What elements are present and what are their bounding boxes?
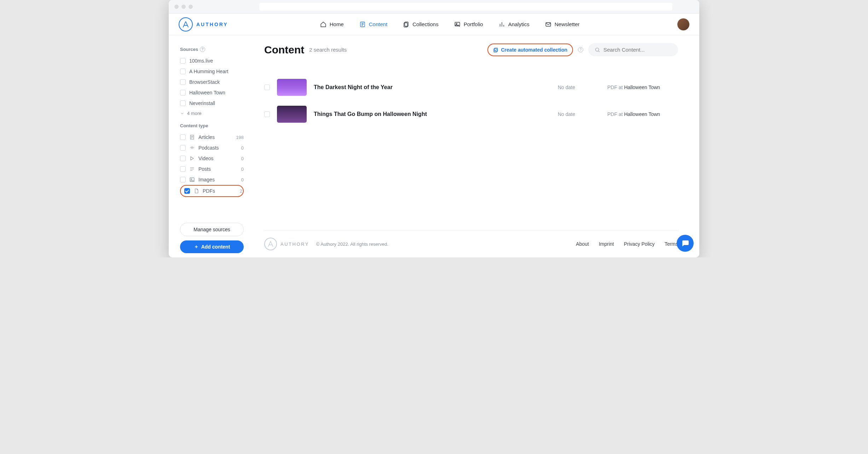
chat-fab[interactable] — [677, 235, 694, 252]
content-row[interactable]: Things That Go Bump on Halloween Night N… — [264, 101, 678, 128]
checkbox-checked[interactable] — [184, 188, 190, 194]
newsletter-icon — [545, 21, 551, 28]
footer-copyright: © Authory 2022. All rights reserved. — [316, 241, 388, 247]
sidebar: Sources ? 100ms.live A Humming Heart Bro… — [169, 35, 250, 257]
nav-content[interactable]: Content — [359, 21, 388, 28]
header-right: Create automated collection ? — [487, 43, 678, 56]
source-halloween[interactable]: Halloween Town — [180, 87, 244, 98]
more-label: 4 more — [187, 111, 201, 116]
source-ahumming[interactable]: A Humming Heart — [180, 66, 244, 77]
mac-titlebar — [169, 0, 699, 13]
footer-links: About Imprint Privacy Policy Terms — [576, 241, 678, 247]
checkbox[interactable] — [180, 134, 186, 140]
help-icon[interactable]: ? — [200, 47, 205, 52]
home-icon — [320, 21, 326, 28]
highlight-ring-pdfs: PDFs 2 — [180, 185, 244, 197]
traffic-close[interactable] — [174, 5, 179, 9]
type-pdfs[interactable]: PDFs 2 — [182, 186, 244, 196]
type-label: Podcasts — [198, 145, 238, 151]
content-type-heading: Content type — [180, 123, 244, 128]
type-posts[interactable]: Posts 0 — [180, 164, 244, 174]
checkbox[interactable] — [180, 156, 186, 161]
analytics-icon — [499, 21, 505, 28]
sources-heading: Sources ? — [180, 47, 244, 52]
search-box[interactable] — [588, 43, 678, 56]
podcast-icon — [189, 145, 195, 151]
manage-sources-button[interactable]: Manage sources — [180, 223, 244, 236]
type-podcasts[interactable]: Podcasts 0 — [180, 142, 244, 153]
type-label: Posts — [198, 166, 238, 172]
checkbox[interactable] — [180, 166, 186, 172]
checkbox[interactable] — [180, 69, 186, 74]
result-count: 2 search results — [309, 47, 347, 53]
type-count: 2 — [240, 188, 242, 194]
brand-logo-icon — [179, 17, 193, 31]
footer-link-about[interactable]: About — [576, 241, 589, 247]
nav-collections[interactable]: Collections — [403, 21, 438, 28]
url-bar[interactable] — [259, 3, 672, 11]
nav-label: Collections — [412, 21, 438, 27]
traffic-maximize[interactable] — [189, 5, 193, 9]
row-title: The Darkest Night of the Year — [314, 84, 551, 91]
checkbox[interactable] — [180, 90, 186, 95]
nav-home[interactable]: Home — [320, 21, 344, 28]
source-label: 100ms.live — [189, 58, 213, 64]
content-row[interactable]: The Darkest Night of the Year No date PD… — [264, 74, 678, 101]
avatar[interactable] — [677, 18, 689, 30]
type-images[interactable]: Images 0 — [180, 174, 244, 185]
chevron-down-icon — [180, 111, 184, 116]
row-checkbox[interactable] — [264, 111, 270, 117]
sources-label: Sources — [180, 47, 198, 52]
footer-link-terms[interactable]: Terms — [665, 241, 678, 247]
app: AUTHORY Home Content Collections Portf — [169, 13, 699, 257]
traffic-minimize[interactable] — [181, 5, 186, 9]
type-count: 0 — [241, 145, 244, 151]
row-type: PDF — [607, 85, 617, 90]
svg-point-4 — [456, 23, 457, 24]
checkbox[interactable] — [180, 58, 186, 64]
footer-logo: AUTHORY — [264, 238, 309, 250]
row-title: Things That Go Bump on Halloween Night — [314, 111, 551, 117]
add-content-button[interactable]: Add content — [180, 240, 244, 253]
footer-link-imprint[interactable]: Imprint — [599, 241, 614, 247]
pdf-icon — [193, 188, 199, 194]
checkbox[interactable] — [180, 79, 186, 85]
row-at: at — [619, 111, 623, 117]
nav-analytics[interactable]: Analytics — [499, 21, 530, 28]
row-source: Halloween Town — [624, 85, 660, 90]
nav-label: Analytics — [508, 21, 530, 27]
create-label: Create automated collection — [501, 47, 568, 53]
checkbox[interactable] — [180, 100, 186, 106]
source-neverinstall[interactable]: Neverinstall — [180, 98, 244, 109]
help-icon[interactable]: ? — [578, 47, 583, 52]
checkbox[interactable] — [180, 145, 186, 151]
nav-label: Content — [369, 21, 388, 27]
nav-portfolio[interactable]: Portfolio — [454, 21, 483, 28]
type-count: 0 — [241, 156, 244, 161]
collections-icon — [403, 21, 409, 28]
create-automated-collection-button[interactable]: Create automated collection — [487, 43, 573, 56]
row-checkbox[interactable] — [264, 85, 270, 90]
article-icon — [189, 134, 195, 140]
content-list: The Darkest Night of the Year No date PD… — [264, 74, 678, 128]
footer-brand: AUTHORY — [280, 241, 309, 247]
top-nav: AUTHORY Home Content Collections Portf — [169, 13, 699, 35]
type-videos[interactable]: Videos 0 — [180, 153, 244, 164]
nav-newsletter[interactable]: Newsletter — [545, 21, 580, 28]
brand-name: AUTHORY — [196, 22, 228, 27]
footer-link-privacy[interactable]: Privacy Policy — [624, 241, 655, 247]
search-input[interactable] — [603, 47, 672, 53]
row-type: PDF — [607, 111, 617, 117]
source-100ms[interactable]: 100ms.live — [180, 56, 244, 66]
brand-logo[interactable]: AUTHORY — [179, 17, 228, 31]
sidebar-footer: Manage sources Add content — [180, 223, 244, 257]
checkbox[interactable] — [180, 177, 186, 182]
row-date: No date — [558, 111, 600, 117]
footer: AUTHORY © Authory 2022. All rights reser… — [264, 230, 678, 257]
add-content-label: Add content — [201, 244, 230, 250]
source-label: A Humming Heart — [189, 69, 228, 74]
source-browserstack[interactable]: BrowserStack — [180, 77, 244, 87]
sources-more[interactable]: 4 more — [180, 109, 244, 118]
page-title: Content — [264, 44, 304, 56]
type-articles[interactable]: Articles 198 — [180, 132, 244, 142]
